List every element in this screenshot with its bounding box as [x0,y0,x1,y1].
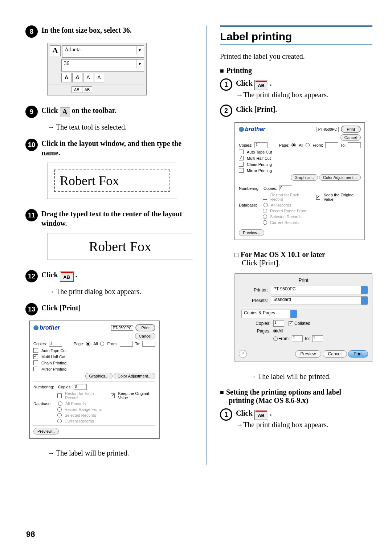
mac-to-input[interactable]: 1 [312,335,323,342]
auto-tape-cut-checkbox[interactable] [33,348,38,353]
chain-printing-checkbox[interactable] [33,360,38,365]
print-ab-icon-r2[interactable]: AB [254,410,268,420]
db-all-radio-r[interactable] [264,203,268,207]
db-selected-label-r: Selected Records [270,215,302,219]
mac-printer-select[interactable]: PT-9500PC [271,286,368,294]
ab-button-1[interactable]: AB [72,86,82,93]
mac-pages-all-label: All [278,328,283,334]
page-from-radio[interactable] [100,342,105,346]
page-to-label-r: To: [340,143,346,147]
mac-print-button[interactable]: Print [348,350,368,358]
page-from-input[interactable] [120,341,133,347]
multi-half-cut-checkbox-r[interactable] [239,156,244,160]
ab-button-2[interactable]: AB [82,86,93,93]
mac-collated-label: Collated [294,321,310,326]
mac-copies-pages-select[interactable]: Copies & Pages [241,310,297,318]
typed-name-sample: Robert Fox [54,170,170,192]
db-range-label: Record Range From: [65,407,102,412]
mac-pages-all-radio[interactable] [273,329,278,333]
page-to-input[interactable] [142,341,155,347]
brother-print-dialog-left: brother PT-9500PC Print Cancel Copies: 1… [29,321,193,439]
color-adjustment-button[interactable]: Color Adjustment... [114,373,155,379]
font-family-select[interactable]: Atlanta [62,45,144,58]
cancel-button-r[interactable]: Cancel [340,134,361,141]
mac-from-input[interactable]: 1 [292,335,303,342]
db-current-radio[interactable] [57,419,62,423]
print-button-r[interactable]: Print [341,126,361,133]
step-12-result: The print dialog box appears. [47,287,193,296]
style-outline-icon[interactable]: A [83,73,93,82]
text-tool-a-icon[interactable]: A [60,107,70,117]
setting-options-header: ■Setting the printing options and label … [220,388,372,405]
print-button[interactable]: Print [135,324,155,331]
copies-input-r[interactable]: 1 [254,142,268,148]
page-label-r: Page: [279,143,290,147]
step-13: 13 Click [Print] [25,303,193,315]
db-current-label-r: Current Records [270,220,299,225]
num-copies-input[interactable]: 0 [74,384,87,390]
mac-dialog-title: Print [239,277,368,283]
mac-preview-button[interactable]: Preview [295,350,322,358]
right-step-1b: 1 Click AB . →The print dialog box appea… [220,408,372,429]
chain-printing-checkbox-r[interactable] [239,162,244,167]
centered-name-sample: Robert Fox [47,233,193,260]
db-current-radio-r[interactable] [263,220,267,225]
mac-copies-label: Copies: [241,321,270,326]
database-label-r: Database: [239,203,261,207]
step-9-text: Click A on the toolbar. [41,106,193,117]
print-ab-icon[interactable]: AB [60,272,74,282]
left-final-result: The label will be printed. [47,449,193,457]
mac-pages-from-radio[interactable] [273,336,278,341]
db-range-radio-r[interactable] [263,209,267,213]
font-size-select[interactable]: 36 [61,59,144,72]
step-bullet-13: 13 [25,303,38,315]
restart-each-record-checkbox[interactable] [57,393,62,398]
mac-presets-select[interactable]: Standard [271,296,368,305]
multi-half-cut-checkbox[interactable] [33,354,38,359]
text-tool-icon[interactable]: A [50,45,61,56]
restart-each-record-checkbox-r[interactable] [263,195,267,200]
preview-button-r[interactable]: Preview... [239,229,264,236]
mirror-printing-label: Mirror Printing [41,367,66,371]
auto-tape-cut-checkbox-r[interactable] [239,150,244,154]
page-to-input-r[interactable] [348,142,361,148]
mac-cancel-button[interactable]: Cancel [323,350,347,358]
keep-original-value-checkbox-r[interactable] [316,195,320,200]
cancel-button[interactable]: Cancel [135,333,155,339]
page-from-radio-r[interactable] [306,143,310,147]
graphics-button[interactable]: Graphics... [85,373,113,379]
db-selected-radio[interactable] [57,413,62,417]
mac-copies-input[interactable]: 1 [273,320,284,327]
mirror-printing-checkbox[interactable] [33,367,38,371]
color-adjustment-button-r[interactable]: Color Adjustment... [319,174,361,181]
label-printing-title: Label printing [220,30,372,43]
step-9: 9 Click A on the toolbar. [25,106,193,118]
page-all-label-r: All [299,143,303,147]
style-italic-icon[interactable]: A [72,73,82,82]
db-selected-radio-r[interactable] [263,215,267,219]
graphics-button-r[interactable]: Graphics... [291,174,318,181]
db-all-radio[interactable] [58,401,62,406]
step-12: 12 Click AB . [25,270,193,282]
print-ab-icon-r1[interactable]: AB [254,80,268,90]
keep-original-value-checkbox[interactable] [111,393,115,398]
mirror-printing-checkbox-r[interactable] [239,168,244,173]
help-icon[interactable]: ? [239,350,247,358]
numbering-label: Numbering: [33,385,56,389]
page-from-input-r[interactable] [325,142,338,148]
mac-pages-label: Pages: [241,328,270,334]
preview-button[interactable]: Preview... [33,428,59,434]
style-bold-icon[interactable]: A [61,73,72,82]
db-range-radio[interactable] [57,407,62,412]
num-copies-input-r[interactable]: 0 [279,185,292,191]
step-13-text: Click [Print] [41,303,193,313]
left-column: 8 In the font size box, select 36. A Atl… [25,25,193,465]
page-from-label: From: [107,342,118,346]
step-9-result: The text tool is selected. [47,123,193,131]
page-all-radio-r[interactable] [291,143,296,147]
copies-input[interactable]: 1 [49,341,62,347]
style-shadow-icon[interactable]: A [94,73,104,82]
page-all-radio[interactable] [86,342,90,346]
mac-collated-checkbox[interactable] [289,321,293,326]
font-size-box-figure: A Atlanta 36 A A A A ABAB [47,43,193,95]
